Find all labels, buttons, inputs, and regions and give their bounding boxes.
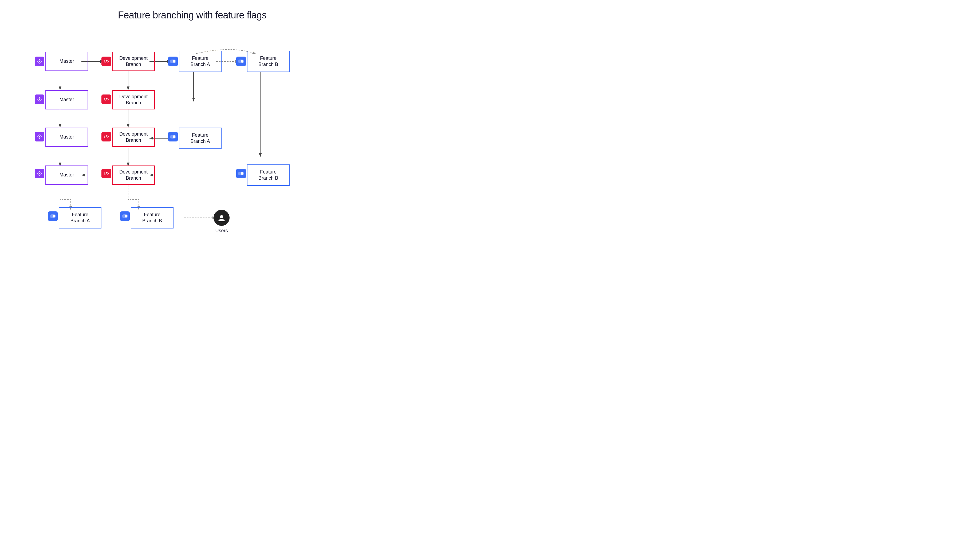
users-label: Users xyxy=(211,228,233,234)
svg-point-22 xyxy=(241,60,243,63)
icon-featureA1-toggle xyxy=(168,56,178,66)
svg-line-26 xyxy=(106,135,107,138)
svg-line-24 xyxy=(106,98,107,101)
icon-master1 xyxy=(35,56,44,66)
svg-point-34 xyxy=(53,215,55,218)
svg-line-18 xyxy=(106,60,107,63)
icon-dev4 xyxy=(101,169,111,178)
svg-point-17 xyxy=(39,61,40,62)
box-master-2: Master xyxy=(45,90,88,109)
user-icon xyxy=(214,210,230,226)
icon-featureB2-toggle xyxy=(236,169,246,178)
svg-point-25 xyxy=(39,136,40,138)
icon-featureA3-toggle xyxy=(48,212,58,221)
svg-point-28 xyxy=(173,135,175,138)
icon-featureB3-toggle xyxy=(120,212,130,221)
box-dev-1: Development Branch xyxy=(112,52,155,71)
box-dev-3: Development Branch xyxy=(112,128,155,147)
icon-master2 xyxy=(35,95,44,104)
svg-line-30 xyxy=(106,172,107,175)
box-master-1: Master xyxy=(45,52,88,71)
icon-master4 xyxy=(35,169,44,178)
box-dev-2: Development Branch xyxy=(112,90,155,109)
icon-featureB1-toggle xyxy=(236,56,246,66)
box-featureB-3: Feature Branch B xyxy=(131,207,174,228)
icon-dev3 xyxy=(101,132,111,141)
icon-featureA2-toggle xyxy=(168,132,178,141)
page-title: Feature branching with feature flags xyxy=(0,0,384,24)
svg-point-29 xyxy=(39,173,40,174)
svg-point-32 xyxy=(241,172,243,175)
icon-dev2 xyxy=(101,95,111,104)
box-featureA-3: Feature Branch A xyxy=(59,207,101,228)
icon-dev1 xyxy=(101,56,111,66)
box-featureB-1: Feature Branch B xyxy=(247,51,290,72)
svg-point-36 xyxy=(125,215,127,218)
svg-point-20 xyxy=(173,60,175,63)
svg-point-37 xyxy=(220,215,223,218)
box-featureB-2: Feature Branch B xyxy=(247,164,290,186)
icon-master3 xyxy=(35,132,44,141)
svg-point-23 xyxy=(39,98,40,100)
box-dev-4: Development Branch xyxy=(112,165,155,185)
box-featureA-1: Feature Branch A xyxy=(179,51,222,72)
diagram: Master Development Branch Feature Branch… xyxy=(0,26,384,234)
box-featureA-2: Feature Branch A xyxy=(179,128,222,149)
box-master-3: Master xyxy=(45,128,88,147)
box-master-4: Master xyxy=(45,165,88,185)
